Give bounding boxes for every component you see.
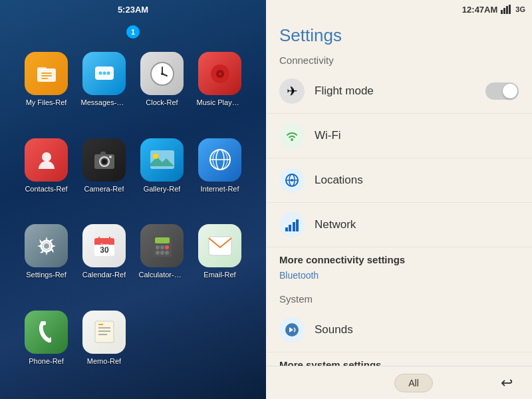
email-svg bbox=[208, 236, 232, 256]
gallery-svg bbox=[149, 148, 176, 172]
my-files-label: My Files-Ref bbox=[26, 98, 67, 106]
svg-rect-66 bbox=[296, 219, 299, 231]
app-messages[interactable]: Messages-Ref bbox=[78, 52, 130, 128]
clock-label: Clock-Ref bbox=[146, 98, 178, 106]
calendar-label: Calendar-Ref bbox=[82, 271, 126, 279]
svg-rect-56 bbox=[506, 6, 508, 14]
bluetooth-link[interactable]: Bluetooth bbox=[279, 270, 319, 281]
svg-rect-57 bbox=[509, 5, 511, 14]
settings-bottom-bar: All ↩ bbox=[266, 366, 532, 399]
svg-rect-55 bbox=[503, 8, 505, 14]
flight-mode-label: Flight mode bbox=[315, 84, 475, 98]
app-calendar[interactable]: 30 Jan Calendar-Ref bbox=[78, 224, 130, 300]
all-button[interactable]: All bbox=[394, 374, 433, 392]
app-clock[interactable]: Clock-Ref bbox=[136, 52, 188, 128]
svg-rect-48 bbox=[209, 237, 231, 255]
app-settings[interactable]: Settings-Ref bbox=[20, 224, 72, 300]
my-files-icon bbox=[25, 52, 68, 95]
calculator-icon bbox=[140, 224, 184, 267]
clock-svg bbox=[149, 61, 176, 87]
flight-mode-toggle[interactable] bbox=[485, 82, 519, 100]
app-music-player[interactable]: Music Player-... bbox=[194, 52, 246, 128]
svg-rect-2 bbox=[41, 72, 52, 74]
svg-point-7 bbox=[102, 71, 106, 74]
memo-label: Memo-Ref bbox=[87, 357, 121, 365]
svg-point-62 bbox=[291, 179, 293, 182]
memo-icon bbox=[82, 311, 126, 354]
internet-label: Internet-Ref bbox=[200, 185, 239, 193]
system-header: System bbox=[266, 288, 532, 308]
app-internet[interactable]: Internet-Ref bbox=[194, 138, 246, 214]
flight-mode-icon: ✈ bbox=[279, 78, 305, 104]
svg-rect-54 bbox=[501, 10, 503, 14]
svg-point-58 bbox=[291, 138, 293, 141]
wifi-icon bbox=[279, 123, 305, 148]
wifi-item[interactable]: Wi-Fi bbox=[266, 114, 532, 158]
app-camera[interactable]: Camera-Ref bbox=[78, 138, 130, 214]
clock-icon bbox=[140, 52, 184, 95]
svg-point-25 bbox=[153, 154, 158, 159]
calculator-svg bbox=[152, 234, 173, 258]
app-email[interactable]: Email-Ref bbox=[194, 224, 246, 300]
calendar-icon: 30 Jan bbox=[82, 224, 126, 267]
network-icon bbox=[279, 212, 305, 237]
sounds-icon bbox=[279, 317, 305, 342]
svg-point-44 bbox=[165, 245, 169, 249]
svg-rect-63 bbox=[285, 227, 288, 231]
toggle-knob bbox=[503, 84, 517, 98]
settings-svg bbox=[35, 234, 59, 258]
right-time: 12:47AM bbox=[462, 5, 497, 15]
svg-point-43 bbox=[160, 245, 164, 249]
svg-rect-65 bbox=[293, 222, 295, 231]
network-item[interactable]: Network bbox=[266, 203, 532, 247]
settings-content: Settings Connectivity ✈ Flight mode Wi-F… bbox=[266, 19, 532, 399]
settings-title: Settings bbox=[266, 19, 532, 49]
app-memo[interactable]: Memo-Ref bbox=[78, 311, 130, 386]
svg-rect-49 bbox=[95, 321, 114, 342]
more-connectivity-label: More connectivity settings bbox=[266, 247, 532, 268]
svg-point-13 bbox=[161, 72, 164, 75]
svg-point-6 bbox=[98, 71, 102, 74]
locations-svg bbox=[284, 172, 300, 188]
sounds-item[interactable]: Sounds bbox=[266, 308, 532, 352]
left-panel: 5:23AM 1 My Files-Ref Messages-Ref Clock… bbox=[0, 0, 266, 399]
svg-point-8 bbox=[106, 71, 110, 74]
right-status-bar: 12:47AM 3G bbox=[266, 0, 532, 19]
svg-point-47 bbox=[165, 251, 169, 255]
app-calculator[interactable]: Calculator-Ref bbox=[136, 224, 188, 300]
back-button[interactable]: ↩ bbox=[495, 371, 519, 395]
svg-point-17 bbox=[42, 152, 51, 162]
network-label: Network bbox=[315, 218, 519, 231]
network-svg bbox=[284, 217, 300, 233]
email-label: Email-Ref bbox=[203, 271, 235, 279]
flight-mode-item[interactable]: ✈ Flight mode bbox=[266, 69, 532, 114]
svg-point-46 bbox=[160, 251, 164, 255]
locations-item[interactable]: Locations bbox=[266, 158, 532, 203]
music-svg bbox=[208, 62, 232, 86]
svg-point-16 bbox=[219, 72, 221, 75]
email-icon bbox=[198, 224, 241, 267]
phone-label: Phone-Ref bbox=[29, 357, 64, 365]
svg-point-45 bbox=[156, 251, 160, 255]
settings-icon bbox=[25, 224, 68, 267]
app-gallery[interactable]: Gallery-Ref bbox=[136, 138, 188, 214]
music-player-icon bbox=[198, 52, 241, 95]
locations-icon bbox=[279, 168, 305, 193]
right-panel: 12:47AM 3G Settings Connectivity ✈ Fligh… bbox=[266, 0, 532, 399]
network-type: 3G bbox=[515, 5, 525, 13]
app-my-files[interactable]: My Files-Ref bbox=[20, 52, 72, 128]
svg-rect-1 bbox=[37, 67, 47, 70]
gallery-icon bbox=[140, 138, 184, 182]
app-contacts[interactable]: Contacts-Ref bbox=[20, 138, 72, 214]
calendar-svg: 30 Jan bbox=[92, 234, 116, 258]
left-status-bar: 5:23AM bbox=[0, 0, 266, 19]
app-phone[interactable]: Phone-Ref bbox=[20, 311, 72, 386]
phone-icon bbox=[25, 311, 68, 354]
internet-svg bbox=[208, 148, 232, 172]
svg-point-21 bbox=[102, 159, 107, 164]
svg-rect-22 bbox=[100, 152, 106, 155]
contacts-icon bbox=[25, 138, 68, 182]
more-connectivity-links: Bluetooth bbox=[266, 268, 532, 288]
messages-label: Messages-Ref bbox=[81, 98, 128, 106]
camera-icon bbox=[82, 138, 126, 182]
